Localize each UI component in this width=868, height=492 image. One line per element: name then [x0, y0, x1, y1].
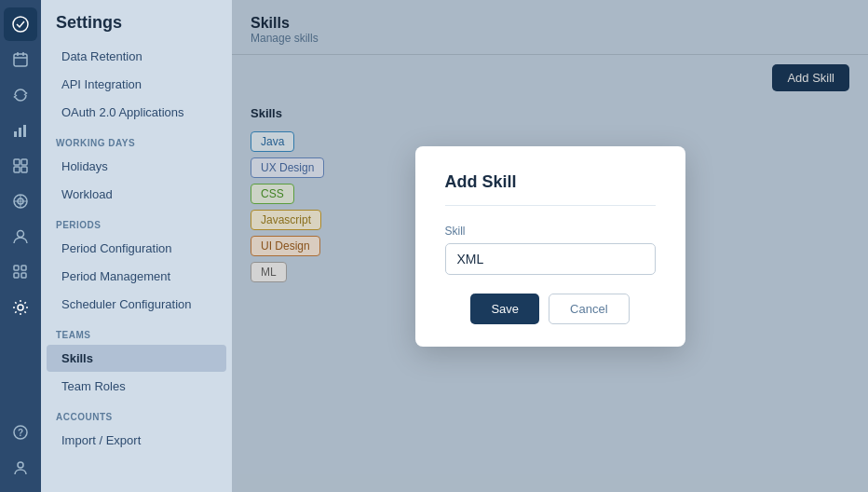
modal-actions: Save Cancel	[445, 294, 656, 324]
sidebar-item-skills[interactable]: Skills	[47, 345, 226, 372]
sidebar-title: Settings	[41, 0, 232, 42]
svg-point-24	[18, 462, 23, 468]
sidebar-section-teams: TEAMS	[41, 319, 232, 344]
nav-chart-icon[interactable]	[4, 114, 37, 147]
nav-arrows-icon[interactable]	[4, 78, 37, 112]
sidebar-item-period-management[interactable]: Period Management	[47, 263, 226, 290]
svg-rect-8	[14, 159, 20, 165]
sidebar-item-api-integration[interactable]: API Integration	[47, 71, 226, 98]
svg-rect-17	[14, 266, 19, 270]
modal-cancel-button[interactable]: Cancel	[549, 294, 629, 324]
sidebar-item-workload[interactable]: Workload	[47, 181, 226, 208]
svg-rect-18	[21, 266, 26, 270]
svg-rect-10	[14, 167, 20, 172]
sidebar-item-team-roles[interactable]: Team Roles	[47, 373, 226, 400]
svg-point-16	[18, 231, 24, 238]
sidebar-section-working-days: WORKING DAYS	[41, 127, 232, 152]
svg-text:?: ?	[18, 428, 23, 438]
sidebar-item-holidays[interactable]: Holidays	[47, 153, 226, 180]
nav-person-icon[interactable]	[4, 220, 37, 253]
svg-rect-6	[19, 128, 21, 137]
nav-question-icon[interactable]: ?	[4, 416, 37, 449]
svg-rect-7	[23, 125, 26, 137]
skill-input[interactable]	[445, 243, 656, 275]
nav-check-icon[interactable]	[4, 7, 37, 41]
nav-account-icon[interactable]	[4, 451, 37, 485]
svg-rect-11	[21, 167, 27, 172]
svg-rect-5	[14, 131, 17, 137]
nav-gear-icon[interactable]	[4, 291, 37, 324]
modal-field-label: Skill	[445, 225, 656, 238]
sidebar-section-periods: PERIODS	[41, 209, 232, 234]
sidebar: Settings Data Retention API Integration …	[41, 0, 232, 492]
svg-rect-9	[21, 159, 27, 165]
svg-point-21	[18, 305, 23, 310]
main-content: Skills Manage skills Add Skill Skills Ja…	[232, 0, 868, 492]
sidebar-item-data-retention[interactable]: Data Retention	[47, 43, 226, 70]
sidebar-item-oauth[interactable]: OAuth 2.0 Applications	[47, 99, 226, 126]
svg-rect-20	[21, 273, 26, 278]
modal-title: Add Skill	[445, 172, 656, 206]
svg-point-0	[13, 17, 28, 32]
modal-overlay: Add Skill Skill Save Cancel	[232, 0, 868, 492]
icon-navigation: ?	[0, 0, 41, 492]
sidebar-section-accounts: ACCOUNTS	[41, 401, 232, 426]
nav-snowflake-icon[interactable]	[4, 184, 37, 218]
sidebar-item-scheduler-config[interactable]: Scheduler Configuration	[47, 291, 226, 318]
nav-calendar-icon[interactable]	[4, 43, 37, 76]
nav-grid-icon[interactable]	[4, 149, 37, 183]
svg-rect-19	[14, 273, 19, 278]
modal-save-button[interactable]: Save	[470, 294, 539, 324]
sidebar-item-import-export[interactable]: Import / Export	[47, 427, 226, 454]
nav-blocks-icon[interactable]	[4, 255, 37, 289]
add-skill-modal: Add Skill Skill Save Cancel	[415, 146, 685, 347]
sidebar-item-period-config[interactable]: Period Configuration	[47, 235, 226, 262]
svg-rect-1	[14, 54, 27, 66]
